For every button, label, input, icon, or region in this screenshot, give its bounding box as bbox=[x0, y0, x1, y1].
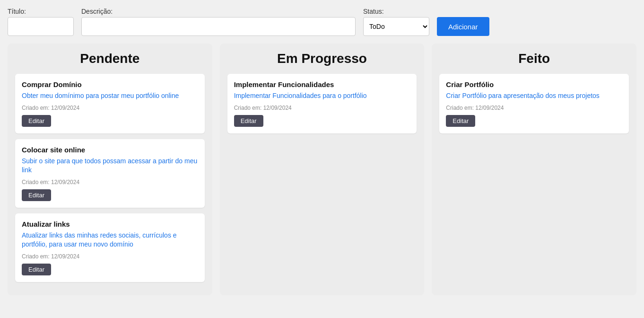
add-button[interactable]: Adicionar bbox=[437, 17, 489, 36]
status-select[interactable]: ToDoEm ProgressoFeito bbox=[363, 17, 429, 36]
card-desc: Obter meu domínimo para postar meu portf… bbox=[22, 91, 198, 101]
card-desc: Subir o site para que todos possam acess… bbox=[22, 157, 198, 175]
card-em-progresso-0: Implementar FuncionalidadesImplementar F… bbox=[227, 74, 417, 133]
card-pendente-1: Colocar site onlineSubir o site para que… bbox=[15, 139, 205, 208]
card-pendente-0: Comprar DomínioObter meu domínimo para p… bbox=[15, 74, 205, 133]
card-title: Colocar site online bbox=[22, 146, 198, 154]
status-group: Status: ToDoEm ProgressoFeito bbox=[363, 8, 429, 36]
edit-button[interactable]: Editar bbox=[22, 115, 51, 127]
column-feito: FeitoCriar PortfólioCriar Portfólio para… bbox=[432, 44, 636, 295]
card-date: Criado em: 12/09/2024 bbox=[234, 105, 410, 111]
card-desc: Criar Portfólio para apresentação dos me… bbox=[446, 91, 622, 101]
status-label: Status: bbox=[363, 8, 429, 15]
titulo-input[interactable] bbox=[8, 17, 74, 36]
card-date: Criado em: 12/09/2024 bbox=[446, 105, 622, 111]
titulo-group: Título: bbox=[8, 8, 74, 36]
edit-button[interactable]: Editar bbox=[446, 115, 475, 127]
edit-button[interactable]: Editar bbox=[22, 189, 51, 201]
card-title: Criar Portfólio bbox=[446, 80, 622, 88]
card-date: Criado em: 12/09/2024 bbox=[22, 179, 198, 186]
card-title: Implementar Funcionalidades bbox=[234, 80, 410, 88]
card-feito-0: Criar PortfólioCriar Portfólio para apre… bbox=[439, 74, 629, 133]
card-title: Comprar Domínio bbox=[22, 80, 198, 88]
card-pendente-2: Atualizar linksAtualizar links das minha… bbox=[15, 213, 205, 282]
form-bar: Título: Descrição: Status: ToDoEm Progre… bbox=[8, 8, 636, 36]
column-title-em-progresso: Em Progresso bbox=[227, 51, 417, 66]
column-title-feito: Feito bbox=[439, 51, 629, 66]
column-title-pendente: Pendente bbox=[15, 51, 205, 66]
card-desc: Implementar Funcionalidades para o portf… bbox=[234, 91, 410, 101]
card-date: Criado em: 12/09/2024 bbox=[22, 253, 198, 260]
descricao-group: Descrição: bbox=[81, 8, 356, 36]
titulo-label: Título: bbox=[8, 8, 74, 15]
edit-button[interactable]: Editar bbox=[22, 264, 51, 275]
edit-button[interactable]: Editar bbox=[234, 115, 263, 127]
card-desc: Atualizar links das minhas redes sociais… bbox=[22, 231, 198, 249]
descricao-input[interactable] bbox=[81, 17, 356, 36]
column-em-progresso: Em ProgressoImplementar FuncionalidadesI… bbox=[220, 44, 425, 295]
kanban-board: PendenteComprar DomínioObter meu domínim… bbox=[8, 44, 636, 295]
column-pendente: PendenteComprar DomínioObter meu domínim… bbox=[8, 44, 212, 295]
card-title: Atualizar links bbox=[22, 220, 198, 228]
descricao-label: Descrição: bbox=[81, 8, 356, 15]
card-date: Criado em: 12/09/2024 bbox=[22, 105, 198, 111]
